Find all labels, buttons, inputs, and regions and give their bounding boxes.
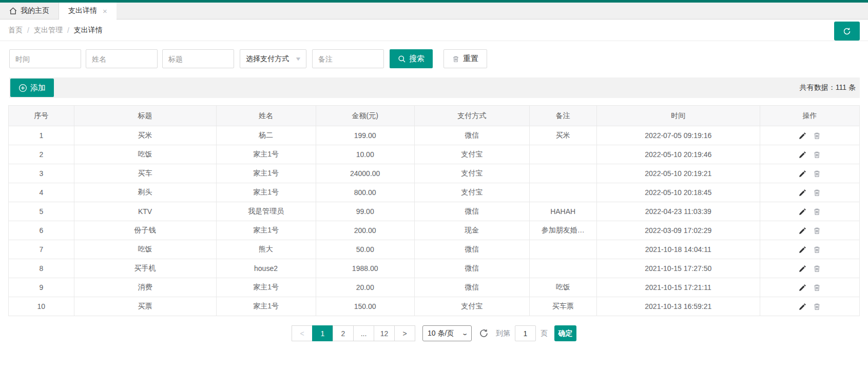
cell-index: 9 bbox=[9, 278, 74, 297]
cell-name: 家主1号 bbox=[216, 164, 316, 183]
cell-index: 1 bbox=[9, 126, 74, 145]
cell-actions bbox=[760, 202, 859, 221]
cell-payment-method: 微信 bbox=[414, 240, 529, 259]
delete-icon[interactable] bbox=[813, 132, 821, 140]
cell-name: 杨二 bbox=[216, 126, 316, 145]
page-button[interactable]: 12 bbox=[374, 325, 395, 341]
page-size-value: 10 条/页 bbox=[428, 329, 454, 338]
delete-icon[interactable] bbox=[813, 208, 821, 216]
cell-payment-method: 支付宝 bbox=[414, 164, 529, 183]
chevron-down-icon: ▼ bbox=[295, 56, 302, 62]
column-header: 姓名 bbox=[216, 106, 316, 126]
refresh-button[interactable] bbox=[834, 22, 860, 41]
breadcrumb-expense-mgmt[interactable]: 支出管理 bbox=[34, 26, 63, 35]
confirm-button[interactable]: 确定 bbox=[554, 325, 576, 341]
cell-name: house2 bbox=[216, 259, 316, 278]
edit-icon[interactable] bbox=[799, 208, 806, 216]
cell-title: 买票 bbox=[74, 297, 216, 316]
cell-actions bbox=[760, 164, 859, 183]
delete-icon[interactable] bbox=[813, 284, 821, 291]
cell-time: 2021-10-13 16:59:21 bbox=[596, 297, 760, 316]
cell-amount: 800.00 bbox=[316, 183, 414, 202]
total-count: 111 bbox=[836, 83, 846, 91]
cell-amount: 200.00 bbox=[316, 221, 414, 240]
cell-amount: 150.00 bbox=[316, 297, 414, 316]
page-button[interactable]: ... bbox=[353, 325, 374, 341]
payment-method-select[interactable]: 选择支付方式 ▼ bbox=[240, 49, 306, 68]
cell-index: 5 bbox=[9, 202, 74, 221]
delete-icon[interactable] bbox=[813, 246, 821, 254]
edit-icon[interactable] bbox=[799, 132, 806, 140]
delete-icon[interactable] bbox=[813, 265, 821, 273]
breadcrumb-separator: / bbox=[67, 26, 69, 34]
edit-icon[interactable] bbox=[799, 265, 806, 273]
search-filter-bar: 选择支付方式 ▼ 搜索 重置 bbox=[0, 41, 868, 68]
cell-time: 2022-05-10 20:18:45 bbox=[596, 183, 760, 202]
edit-icon[interactable] bbox=[799, 170, 806, 178]
reset-button[interactable]: 重置 bbox=[443, 49, 487, 68]
cell-title: 份子钱 bbox=[74, 221, 216, 240]
cell-title: 吃饭 bbox=[74, 145, 216, 164]
edit-icon[interactable] bbox=[799, 284, 806, 291]
tab-expense-details[interactable]: 支出详情 × bbox=[59, 3, 117, 20]
goto-page-input[interactable] bbox=[515, 325, 536, 341]
home-icon bbox=[9, 7, 17, 15]
delete-icon[interactable] bbox=[813, 227, 821, 235]
delete-icon[interactable] bbox=[813, 170, 821, 178]
add-button[interactable]: 添加 bbox=[10, 79, 54, 97]
next-page-button[interactable]: > bbox=[394, 325, 415, 341]
edit-icon[interactable] bbox=[799, 303, 806, 310]
column-header: 序号 bbox=[9, 106, 74, 126]
cell-remark bbox=[529, 145, 596, 164]
cell-index: 10 bbox=[9, 297, 74, 316]
cell-name: 家主1号 bbox=[216, 145, 316, 164]
delete-icon[interactable] bbox=[813, 189, 821, 197]
page-button[interactable]: 2 bbox=[333, 325, 354, 341]
edit-icon[interactable] bbox=[799, 227, 806, 235]
delete-icon[interactable] bbox=[813, 303, 821, 310]
remark-filter-input[interactable] bbox=[312, 49, 384, 68]
tab-label: 我的主页 bbox=[21, 6, 49, 15]
tab-label: 支出详情 bbox=[68, 6, 97, 15]
title-filter-input[interactable] bbox=[162, 49, 234, 68]
table-row: 9 消费 家主1号 20.00 微信 吃饭 2021-10-15 17:21:1… bbox=[9, 278, 860, 297]
edit-icon[interactable] bbox=[799, 151, 806, 159]
prev-page-button[interactable]: < bbox=[292, 325, 313, 341]
cell-amount: 50.00 bbox=[316, 240, 414, 259]
edit-icon[interactable] bbox=[799, 246, 806, 254]
cell-actions bbox=[760, 278, 859, 297]
cell-remark bbox=[529, 164, 596, 183]
cell-time: 2022-04-23 11:03:39 bbox=[596, 202, 760, 221]
cell-actions bbox=[760, 221, 859, 240]
cell-payment-method: 微信 bbox=[414, 259, 529, 278]
cell-name: 家主1号 bbox=[216, 221, 316, 240]
delete-icon[interactable] bbox=[813, 151, 821, 159]
breadcrumb-home[interactable]: 首页 bbox=[8, 26, 23, 35]
breadcrumb-current: 支出详情 bbox=[74, 26, 103, 35]
table-row: 8 买手机 house2 1988.00 微信 2021-10-15 17:27… bbox=[9, 259, 860, 278]
page-button[interactable]: 1 bbox=[312, 325, 333, 341]
cell-payment-method: 微信 bbox=[414, 278, 529, 297]
time-filter-input[interactable] bbox=[9, 49, 81, 68]
breadcrumb-separator: / bbox=[27, 26, 29, 34]
cell-actions bbox=[760, 183, 859, 202]
cell-time: 2022-05-10 20:19:21 bbox=[596, 164, 760, 183]
cell-title: 吃饭 bbox=[74, 240, 216, 259]
name-filter-input[interactable] bbox=[86, 49, 158, 68]
close-icon[interactable]: × bbox=[103, 7, 107, 15]
goto-page-label: 到第 bbox=[496, 329, 510, 338]
cell-remark: 吃饭 bbox=[529, 278, 596, 297]
pagination-refresh-icon[interactable] bbox=[479, 328, 489, 338]
cell-time: 2022-03-09 17:02:29 bbox=[596, 221, 760, 240]
search-button[interactable]: 搜索 bbox=[390, 49, 433, 68]
cell-time: 2021-10-18 14:04:11 bbox=[596, 240, 760, 259]
page-size-select[interactable]: 10 条/页 ⌄ bbox=[422, 325, 472, 341]
tab-my-homepage[interactable]: 我的主页 bbox=[0, 3, 59, 19]
cell-name: 家主1号 bbox=[216, 278, 316, 297]
search-button-label: 搜索 bbox=[409, 54, 425, 64]
edit-icon[interactable] bbox=[799, 189, 806, 197]
cell-amount: 24000.00 bbox=[316, 164, 414, 183]
total-unit: 条 bbox=[848, 83, 856, 91]
page-buttons: 12...12 bbox=[313, 325, 395, 341]
cell-title: 消费 bbox=[74, 278, 216, 297]
